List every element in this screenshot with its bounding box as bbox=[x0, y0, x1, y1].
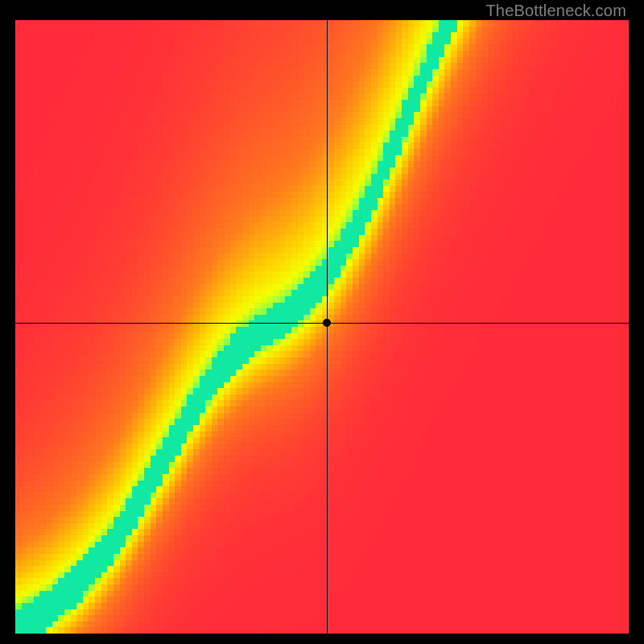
crosshair-horizontal bbox=[15, 323, 629, 324]
crosshair-vertical bbox=[327, 20, 328, 634]
chart-frame bbox=[15, 20, 629, 634]
watermark-text: TheBottleneck.com bbox=[485, 2, 626, 20]
marker-dot bbox=[323, 319, 331, 327]
heatmap-canvas bbox=[15, 20, 629, 634]
